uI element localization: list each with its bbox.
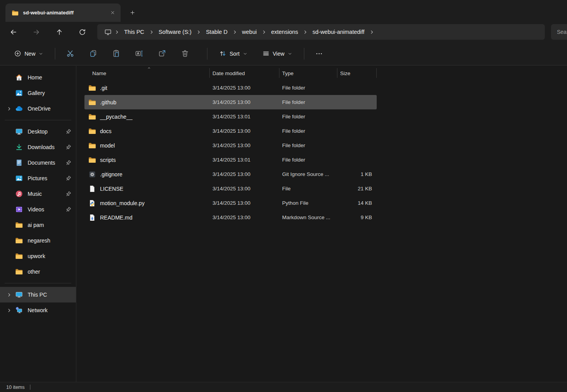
file-name-cell: motion_module.py <box>84 196 209 210</box>
file-row-license[interactable]: LICENSE3/14/2025 13:00File21 KB <box>84 181 377 196</box>
sidebar-item-videos[interactable]: Videos <box>0 202 76 217</box>
view-button[interactable]: View <box>258 47 297 61</box>
file-date-modified: 3/14/2025 13:00 <box>209 181 279 196</box>
see-more-button[interactable] <box>311 47 327 61</box>
folder-icon <box>88 113 96 121</box>
sidebar-item-downloads[interactable]: Downloads <box>0 139 76 155</box>
file-date-modified: 3/14/2025 13:00 <box>209 95 279 109</box>
file-row-readme-md[interactable]: README.md3/14/2025 13:00Markdown Source … <box>84 210 377 225</box>
folder-icon <box>15 237 23 244</box>
back-button[interactable] <box>5 25 21 39</box>
rename-button[interactable] <box>131 47 147 61</box>
sort-button[interactable]: Sort <box>214 47 252 61</box>
breadcrumb-item-webui[interactable]: webui <box>239 27 260 37</box>
sidebar-item-home[interactable]: Home <box>0 70 76 85</box>
sidebar-item-negaresh[interactable]: negaresh <box>0 233 76 248</box>
file-row-git[interactable]: .git3/14/2025 13:00File folder <box>84 81 377 95</box>
documents-icon <box>15 159 23 167</box>
indent-spacer <box>4 238 14 243</box>
new-tab-button[interactable] <box>126 7 138 18</box>
breadcrumb-item-stable-d[interactable]: Stable D <box>203 27 230 37</box>
sidebar-item-gallery[interactable]: Gallery <box>0 85 76 101</box>
chevron-down-icon <box>39 51 43 56</box>
cut-button[interactable] <box>62 47 78 61</box>
arrow-up-icon <box>56 28 63 36</box>
chevron-right-icon[interactable] <box>369 30 374 35</box>
arrow-right-icon <box>33 28 40 36</box>
tab-sd-webui-animatediff[interactable]: sd-webui-animatediff <box>5 4 121 22</box>
file-size <box>337 95 377 109</box>
chevron-right-icon[interactable] <box>262 30 267 35</box>
column-header-date-modified[interactable]: Date modified <box>209 66 279 81</box>
file-row-motion-module-py[interactable]: motion_module.py3/14/2025 13:00Python Fi… <box>84 196 377 210</box>
file-row-scripts[interactable]: scripts3/14/2025 13:01File folder <box>84 153 377 167</box>
refresh-button[interactable] <box>74 25 90 39</box>
sidebar-item-desktop[interactable]: Desktop <box>0 124 76 139</box>
delete-button[interactable] <box>177 47 193 61</box>
status-divider <box>30 385 30 390</box>
file-size <box>337 109 377 124</box>
desktop-icon <box>15 128 23 135</box>
sidebar-divider <box>5 283 71 283</box>
pin-icon <box>65 128 72 135</box>
chevron-right-icon[interactable] <box>4 308 14 313</box>
sort-button-label: Sort <box>230 51 240 57</box>
search-input[interactable]: Search <box>551 24 567 40</box>
breadcrumb-item-extensions[interactable]: extensions <box>269 27 301 37</box>
column-header-size[interactable]: Size <box>337 66 377 81</box>
chevron-right-icon[interactable] <box>303 30 308 35</box>
file-name: .gitignore <box>100 171 123 178</box>
breadcrumb-item-software-s[interactable]: Software (S:) <box>156 27 195 37</box>
file-name-cell: docs <box>84 124 209 138</box>
sidebar-item-this-pc[interactable]: This PC <box>0 287 76 302</box>
file-row-gitignore[interactable]: .gitignore3/14/2025 13:00Git Ignore Sour… <box>84 167 377 181</box>
breadcrumb: This PCSoftware (S:)Stable Dwebuiextensi… <box>121 27 376 37</box>
file-type: File folder <box>279 153 337 167</box>
file-icon <box>88 185 96 193</box>
new-button[interactable]: New <box>9 47 48 61</box>
file-type: File folder <box>279 124 337 138</box>
address-bar[interactable]: This PCSoftware (S:)Stable Dwebuiextensi… <box>97 24 545 40</box>
sidebar-item-pictures[interactable]: Pictures <box>0 171 76 186</box>
column-header-type[interactable]: Type <box>279 66 337 81</box>
pin-icon <box>65 160 72 166</box>
sidebar-item-other[interactable]: other <box>0 264 76 279</box>
indent-spacer <box>4 91 14 96</box>
sidebar-item-upwork[interactable]: upwork <box>0 248 76 264</box>
sort-ascending-icon <box>147 66 151 70</box>
breadcrumb-item-sd-webui-animatediff[interactable]: sd-webui-animatediff <box>310 27 367 37</box>
sidebar-item-documents[interactable]: Documents <box>0 155 76 171</box>
file-row-github[interactable]: .github3/14/2025 13:00File folder <box>84 95 377 109</box>
file-size <box>337 81 377 95</box>
file-name-cell: .gitignore <box>84 167 209 181</box>
chevron-right-icon[interactable] <box>196 30 201 35</box>
sidebar-item-ai-pam[interactable]: ai pam <box>0 217 76 233</box>
chevron-right-icon[interactable] <box>232 30 237 35</box>
forward-button[interactable] <box>28 25 44 39</box>
breadcrumb-item-this-pc[interactable]: This PC <box>121 27 147 37</box>
file-rows: .git3/14/2025 13:00File folder.github3/1… <box>77 81 567 225</box>
folder-icon <box>15 221 23 229</box>
sidebar-item-music[interactable]: Music <box>0 186 76 202</box>
indent-spacer <box>4 254 14 259</box>
file-size: 1 KB <box>337 167 377 181</box>
sidebar-item-onedrive[interactable]: OneDrive <box>0 101 76 116</box>
chevron-right-icon[interactable] <box>149 30 154 35</box>
chevron-right-icon[interactable] <box>4 292 14 297</box>
file-date-modified: 3/14/2025 13:00 <box>209 196 279 210</box>
file-row-docs[interactable]: docs3/14/2025 13:00File folder <box>84 124 377 138</box>
chevron-right-icon[interactable] <box>4 106 14 111</box>
file-date-modified: 3/14/2025 13:01 <box>209 109 279 124</box>
videos-icon <box>15 206 23 213</box>
folder-icon <box>88 127 96 135</box>
paste-button[interactable] <box>108 47 124 61</box>
file-row-pycache[interactable]: __pycache__3/14/2025 13:01File folder <box>84 109 377 124</box>
share-button[interactable] <box>154 47 170 61</box>
close-icon[interactable] <box>107 8 118 18</box>
file-type: Python File <box>279 196 337 210</box>
file-row-model[interactable]: model3/14/2025 13:00File folder <box>84 138 377 153</box>
file-size <box>337 138 377 153</box>
copy-button[interactable] <box>85 47 101 61</box>
sidebar-item-network[interactable]: Network <box>0 302 76 318</box>
up-button[interactable] <box>51 25 67 39</box>
